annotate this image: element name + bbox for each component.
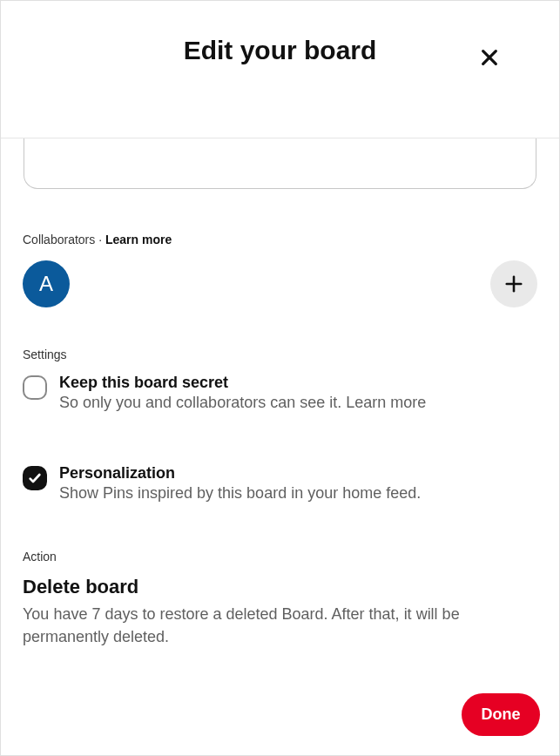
delete-board-desc: You have 7 days to restore a deleted Boa…	[23, 604, 537, 647]
avatar[interactable]: A	[23, 260, 70, 307]
modal-header: Edit your board	[1, 1, 559, 138]
secret-desc-text: So only you and collaborators can see it…	[59, 394, 346, 411]
close-icon	[480, 48, 499, 67]
personalization-title: Personalization	[59, 464, 537, 483]
description-input[interactable]	[24, 138, 536, 189]
collaborators-row: A	[23, 260, 537, 307]
settings-label: Settings	[23, 348, 537, 361]
done-button[interactable]: Done	[462, 693, 540, 736]
personalization-desc: Show Pins inspired by this board in your…	[59, 483, 537, 504]
collaborators-learn-more-link[interactable]: Learn more	[105, 233, 172, 246]
personalization-checkbox[interactable]	[23, 466, 47, 490]
check-icon	[28, 471, 42, 485]
setting-secret: Keep this board secret So only you and c…	[23, 374, 537, 414]
delete-board-button[interactable]: Delete board	[23, 576, 537, 598]
secret-title: Keep this board secret	[59, 374, 537, 392]
page-title: Edit your board	[184, 36, 377, 65]
collaborators-label: Collaborators · Learn more	[23, 233, 537, 246]
collaborators-label-text: Collaborators	[23, 233, 95, 246]
plus-icon	[504, 274, 523, 294]
secret-checkbox[interactable]	[23, 375, 47, 400]
add-collaborator-button[interactable]	[490, 260, 537, 307]
secret-desc: So only you and collaborators can see it…	[59, 392, 537, 414]
secret-text: Keep this board secret So only you and c…	[59, 374, 537, 414]
close-button[interactable]	[476, 44, 503, 71]
modal-content: Collaborators · Learn more A Settings Ke…	[1, 138, 559, 648]
secret-learn-more-link[interactable]: Learn more	[346, 394, 426, 411]
personalization-text: Personalization Show Pins inspired by th…	[59, 464, 537, 504]
separator: ·	[95, 233, 105, 246]
setting-personalization: Personalization Show Pins inspired by th…	[23, 464, 537, 504]
action-label: Action	[23, 550, 537, 564]
